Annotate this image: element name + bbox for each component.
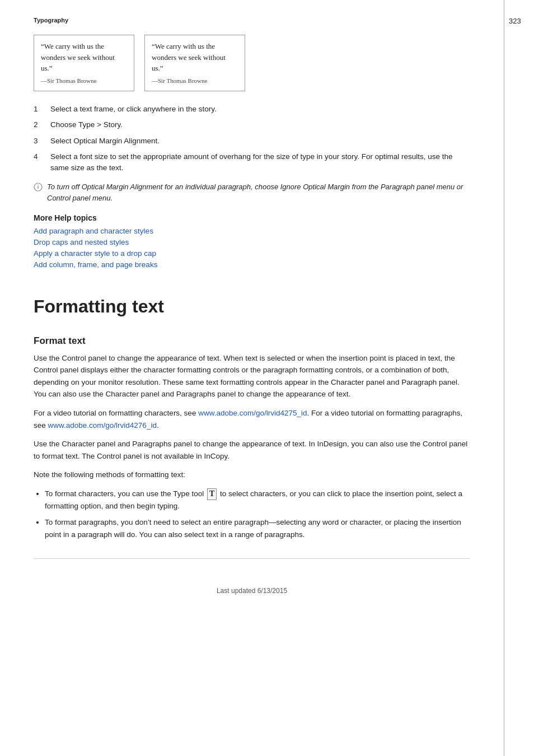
- footer: Last updated 6/13/2015: [34, 581, 470, 595]
- demo-box-2: “We carry with us the wonders we seek wi…: [144, 35, 245, 91]
- step-1: 1 Select a text frame, or click anywhere…: [34, 104, 470, 115]
- format-text-subheading: Format text: [34, 335, 470, 347]
- help-link-1[interactable]: Drop caps and nested styles: [34, 238, 470, 246]
- step-2: 2 Choose Type > Story.: [34, 119, 470, 130]
- format-text-para2: For a video tutorial on formatting chara…: [34, 407, 470, 431]
- help-link-2[interactable]: Apply a character style to a drop cap: [34, 249, 470, 258]
- step-2-num: 2: [34, 119, 50, 130]
- main-content: Typography “We carry with us the wonders…: [0, 0, 504, 756]
- bullet-list: To format characters, you can use the Ty…: [45, 488, 470, 540]
- format-text-link1[interactable]: www.adobe.com/go/lrvid4275_id: [198, 409, 307, 417]
- section-label: Typography: [34, 17, 470, 24]
- note-box: To turn off Optical Margin Alignment for…: [34, 181, 470, 203]
- page-number-bar: 323: [504, 0, 534, 756]
- step-4-text: Select a font size to set the appropriat…: [50, 151, 470, 174]
- step-3-num: 3: [34, 136, 50, 147]
- help-link-0[interactable]: Add paragraph and character styles: [34, 227, 470, 235]
- demo-box-1-attribution: —Sir Thomas Browne: [41, 76, 127, 86]
- note-icon: [34, 183, 43, 192]
- bullet-0-prefix: To format characters, you can use the Ty…: [45, 489, 206, 498]
- bullet-item-1: To format paragraphs, you don’t need to …: [45, 516, 470, 540]
- more-help-heading: More Help topics: [34, 213, 470, 222]
- type-tool-icon: T: [207, 488, 217, 500]
- step-3: 3 Select Optical Margin Alignment.: [34, 136, 470, 147]
- note-text: To turn off Optical Margin Alignment for…: [47, 181, 470, 203]
- help-link-3[interactable]: Add column, frame, and page breaks: [34, 260, 470, 269]
- step-3-text: Select Optical Margin Alignment.: [50, 136, 470, 147]
- format-text-para2-suffix: .: [157, 421, 159, 430]
- footer-divider: [34, 558, 470, 559]
- page: Typography “We carry with us the wonders…: [0, 0, 534, 756]
- more-help-section: More Help topics Add paragraph and chara…: [34, 213, 470, 269]
- formatting-text-heading: Formatting text: [34, 296, 470, 317]
- format-text-para3: Use the Character panel and Paragraphs p…: [34, 438, 470, 462]
- demo-box-2-quote: “We carry with us the wonders we seek wi…: [152, 42, 226, 72]
- step-1-text: Select a text frame, or click anywhere i…: [50, 104, 470, 115]
- format-text-para4: Note the following methods of formatting…: [34, 469, 470, 481]
- step-1-num: 1: [34, 104, 50, 115]
- format-text-para2-prefix: For a video tutorial on formatting chara…: [34, 409, 198, 417]
- svg-point-2: [38, 185, 39, 186]
- format-text-link2[interactable]: www.adobe.com/go/lrvid4276_id: [48, 421, 157, 430]
- page-number: 323: [504, 17, 521, 25]
- demo-box-1: “We carry with us the wonders we seek wi…: [34, 35, 134, 91]
- demo-box-2-attribution: —Sir Thomas Browne: [152, 76, 238, 86]
- bullet-item-0: To format characters, you can use the Ty…: [45, 488, 470, 512]
- demo-image-area: “We carry with us the wonders we seek wi…: [34, 35, 470, 91]
- step-4: 4 Select a font size to set the appropri…: [34, 151, 470, 174]
- demo-box-1-quote: “We carry with us the wonders we seek wi…: [41, 42, 115, 72]
- demo-box-gap: [134, 35, 144, 91]
- format-text-para1: Use the Control panel to change the appe…: [34, 352, 470, 400]
- step-2-text: Choose Type > Story.: [50, 119, 470, 130]
- step-4-num: 4: [34, 151, 50, 174]
